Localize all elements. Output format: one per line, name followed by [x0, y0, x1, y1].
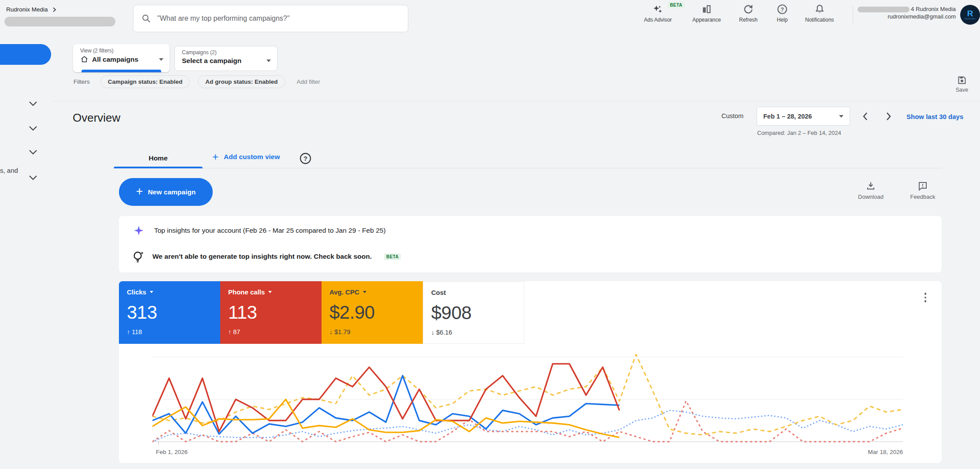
account-email: rudronixmedia@gmail.com: [855, 13, 956, 20]
sparkle-icon: [652, 4, 664, 15]
breadcrumb[interactable]: Rudronix Media: [6, 6, 57, 13]
campaigns-dropdown[interactable]: Campaigns (2) Select a campaign: [174, 46, 277, 71]
chevron-down-icon: [266, 60, 271, 62]
campaigns-dropdown-value: Select a campaign: [182, 57, 241, 65]
chevron-down-icon[interactable]: [27, 99, 39, 108]
chevron-down-icon[interactable]: [27, 123, 39, 133]
filter-chip-campaign-status[interactable]: Campaign status: Enabled: [100, 75, 190, 88]
metric-label: Clicks: [127, 288, 146, 296]
add-filter-button[interactable]: Add filter: [297, 78, 320, 85]
metric-card-cost[interactable]: Cost $908 ↓ $6.16: [423, 281, 524, 344]
insights-message: We aren't able to generate top insights …: [152, 253, 372, 261]
bell-icon: [814, 4, 825, 15]
search-input[interactable]: [157, 15, 400, 22]
redacted-account-text: [4, 17, 115, 26]
x-axis-end-label: Mar 18, 2026: [868, 449, 903, 455]
metric-delta: ↓ $1.79: [329, 328, 415, 335]
save-icon: [957, 75, 967, 86]
download-label: Download: [858, 194, 884, 200]
campaigns-dropdown-label: Campaigns (2): [182, 49, 271, 56]
sidebar-truncated-text: s, and: [0, 167, 18, 174]
sidebar-active-item[interactable]: [0, 44, 51, 65]
nav-help[interactable]: ? Help: [777, 4, 788, 23]
previous-period-button[interactable]: [858, 109, 873, 124]
plus-icon: +: [212, 151, 218, 163]
performance-card: Clicks 313 ↑ 118 Phone calls 113 ↑ 87 Av…: [119, 281, 942, 463]
google-ads-dashboard: Rudronix Media Ads Advisor BETA Appearan…: [0, 0, 980, 469]
appearance-icon: [701, 4, 712, 15]
date-mode-label: Custom: [721, 112, 743, 119]
help-circle-icon[interactable]: ?: [299, 152, 312, 165]
search-bar[interactable]: [133, 5, 408, 32]
view-active-indicator: [81, 70, 161, 72]
nav-label: Notifications: [805, 17, 834, 23]
feedback-icon: [917, 181, 928, 191]
view-dropdown-value: All campaigns: [92, 56, 138, 63]
chevron-down-icon[interactable]: [27, 173, 39, 182]
nav-label: Help: [777, 17, 788, 23]
download-button[interactable]: Download: [855, 181, 886, 200]
filters-row: Filters Campaign status: Enabled Ad grou…: [74, 75, 320, 88]
svg-text:?: ?: [303, 155, 307, 162]
chevron-right-icon: [884, 111, 893, 122]
plus-icon: +: [136, 185, 143, 198]
performance-chart: [152, 353, 903, 447]
chevron-down-icon[interactable]: [27, 147, 39, 157]
nav-appearance[interactable]: Appearance: [692, 4, 721, 23]
metric-label: Cost: [431, 289, 446, 296]
metric-delta: ↑ 118: [127, 328, 212, 335]
top-insights-card: Top insights for your account (Feb 26 - …: [119, 216, 942, 272]
metric-delta: ↓ $6.16: [431, 329, 516, 336]
add-custom-view-label: Add custom view: [224, 153, 280, 161]
breadcrumb-label: Rudronix Media: [6, 6, 48, 13]
view-dropdown[interactable]: View (2 filters) All campaigns: [73, 44, 170, 72]
more-options-button[interactable]: [921, 293, 929, 302]
tabs-divider: [114, 168, 943, 168]
metric-delta: ↑ 87: [228, 328, 314, 335]
chevron-down-icon: [159, 58, 163, 61]
metric-card-phone-calls[interactable]: Phone calls 113 ↑ 87: [220, 281, 322, 344]
metric-value: $2.90: [329, 302, 415, 323]
chevron-down-icon: [150, 291, 153, 293]
add-custom-view-button[interactable]: + Add custom view: [212, 151, 280, 163]
feedback-button[interactable]: Feedback: [907, 181, 938, 200]
next-period-button[interactable]: [881, 109, 896, 124]
new-campaign-button[interactable]: + New campaign: [119, 178, 213, 206]
x-axis-start-label: Feb 1, 2026: [156, 449, 188, 455]
chevron-right-icon: [52, 7, 57, 12]
ads-advisor-beta-badge: BETA: [668, 2, 684, 8]
metric-card-avg-cpc[interactable]: Avg. CPC $2.90 ↓ $1.79: [322, 281, 423, 344]
page-title: Overview: [73, 111, 120, 125]
svg-text:?: ?: [780, 7, 784, 13]
tab-home[interactable]: Home: [114, 148, 203, 168]
date-range-value: Feb 1 – 28, 2026: [763, 113, 812, 120]
compared-date-range: Compared: Jan 2 – Feb 14, 2024: [757, 130, 841, 136]
account-name: 4 Rudronix Media: [911, 6, 956, 12]
redacted-account-id: [858, 7, 910, 12]
download-icon: [865, 181, 876, 191]
nav-label: Ads Advisor: [644, 17, 672, 23]
chevron-down-icon: [268, 291, 272, 293]
home-icon: [80, 55, 89, 63]
account-info[interactable]: 4 Rudronix Media rudronixmedia@gmail.com: [855, 5, 956, 20]
lightbulb-icon: [131, 249, 145, 264]
chevron-down-icon: [363, 291, 366, 293]
nav-label: Appearance: [692, 17, 721, 23]
filters-label: Filters: [74, 78, 90, 85]
save-button[interactable]: Save: [950, 75, 974, 93]
topbar-divider: [853, 6, 853, 25]
metric-card-clicks[interactable]: Clicks 313 ↑ 118: [119, 281, 220, 344]
metric-value: 313: [127, 302, 212, 323]
nav-notifications[interactable]: Notifications: [805, 4, 834, 23]
insights-beta-badge: BETA: [384, 253, 401, 260]
show-last-30-days-link[interactable]: Show last 30 days: [906, 113, 963, 120]
metric-label: Avg. CPC: [329, 288, 359, 296]
help-icon: ?: [777, 4, 788, 15]
insights-title: Top insights for your account (Feb 26 - …: [154, 227, 386, 234]
metric-label: Phone calls: [228, 288, 265, 296]
filter-chip-ad-group-status[interactable]: Ad group status: Enabled: [198, 75, 285, 88]
avatar[interactable]: R RUDRONIX: [960, 5, 980, 25]
refresh-icon: [743, 4, 754, 15]
date-range-dropdown[interactable]: Feb 1 – 28, 2026: [757, 107, 850, 126]
nav-refresh[interactable]: Refresh: [739, 4, 758, 23]
